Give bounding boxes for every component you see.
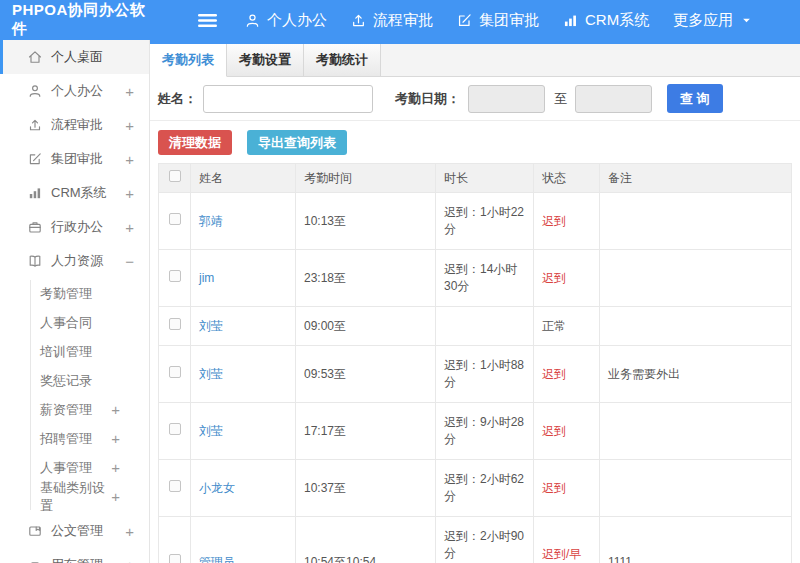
sidebar-subitem[interactable]: 奖惩记录 [0,366,149,395]
table-row: 刘莹09:00至正常 [159,307,792,346]
topnav-item-3[interactable]: 集团审批 [457,11,539,30]
action-bar: 清理数据 导出查询列表 [150,121,800,163]
row-checkbox[interactable] [169,423,181,435]
row-checkbox[interactable] [169,270,181,282]
status-text: 迟到 [542,271,566,285]
expand-icon[interactable]: + [125,186,134,201]
sidebar-subitem[interactable]: 基础类别设置+ [0,482,149,511]
date-filter-label: 考勤日期： [395,90,460,108]
sidebar-subitem[interactable]: 人事合同 [0,308,149,337]
expand-icon[interactable]: + [111,489,120,504]
name-filter-input[interactable] [203,85,373,113]
sidebar-item[interactable]: 个人桌面 [0,40,149,74]
sidebar-item-label: 用车管理 [51,556,103,563]
tab-2[interactable]: 考勤设置 [227,44,304,76]
expand-icon[interactable]: + [125,558,134,563]
expand-icon[interactable]: + [111,402,120,417]
status-text: 迟到 [542,424,566,438]
app-brand: PHPOA协同办公软件 [0,1,150,39]
collapse-icon[interactable]: − [125,254,134,269]
sidebar-subitem[interactable]: 培训管理 [0,337,149,366]
sidebar-subitem-label: 人事合同 [40,314,92,332]
employee-name-link[interactable]: 刘莹 [199,319,223,333]
duration-text: 迟到：2小时62分 [436,460,534,517]
attendance-time: 10:13至 [296,193,436,250]
expand-icon[interactable]: + [125,220,134,235]
attendance-time: 10:37至 [296,460,436,517]
sidebar-item[interactable]: 个人办公+ [0,74,149,108]
note-text [600,307,792,346]
topnav-item-1[interactable]: 个人办公 [245,11,327,30]
table-row: 刘莹09:53至迟到：1小时88分迟到业务需要外出 [159,346,792,403]
employee-name-link[interactable]: 刘莹 [199,424,223,438]
sidebar-subitem-label: 人事管理 [40,459,92,477]
search-button[interactable]: 查 询 [667,84,723,113]
sidebar-item[interactable]: CRM系统+ [0,176,149,210]
sidebar-subitem-label: 薪资管理 [40,401,92,419]
row-checkbox[interactable] [169,366,181,378]
sidebar-item-label: 流程审批 [51,116,103,134]
row-checkbox[interactable] [169,213,181,225]
sidebar-item[interactable]: 公文管理+ [0,514,149,548]
export-list-button[interactable]: 导出查询列表 [247,130,347,155]
flow-icon [351,13,366,28]
employee-name-link[interactable]: 管理员 [199,555,235,563]
header-name: 姓名 [191,164,296,193]
header-time: 考勤时间 [296,164,436,193]
sidebar-item-label: CRM系统 [51,184,107,202]
sidebar: 个人桌面个人办公+流程审批+集团审批+CRM系统+行政办公+人力资源−考勤管理人… [0,40,150,563]
expand-icon[interactable]: + [111,460,120,475]
sidebar-item[interactable]: 流程审批+ [0,108,149,142]
sidebar-subitem[interactable]: 招聘管理+ [0,424,149,453]
table-row: 郭靖10:13至迟到：1小时22分迟到 [159,193,792,250]
expand-icon[interactable]: + [125,84,134,99]
topnav-item-label: 流程审批 [373,11,433,30]
employee-name-link[interactable]: 郭靖 [199,214,223,228]
expand-icon[interactable]: + [111,431,120,446]
menu-toggle-button[interactable] [198,13,217,28]
user-icon [28,84,42,98]
clear-data-button[interactable]: 清理数据 [158,130,232,155]
sidebar-item[interactable]: 行政办公+ [0,210,149,244]
topnav-item-label: CRM系统 [585,11,649,30]
tab-3[interactable]: 考勤统计 [304,44,381,76]
sidebar-subitem[interactable]: 薪资管理+ [0,395,149,424]
car-icon [28,558,42,563]
duration-text: 迟到：14小时30分 [436,250,534,307]
tab-1[interactable]: 考勤列表 [150,44,227,77]
employee-name-link[interactable]: jim [199,271,214,285]
note-text: 1111 [600,517,792,563]
tab-bar: 考勤列表考勤设置考勤统计 [150,40,800,77]
flow-icon [28,118,42,132]
select-all-checkbox[interactable] [169,170,181,182]
duration-text: 迟到：1小时88分 [436,346,534,403]
employee-name-link[interactable]: 刘莹 [199,367,223,381]
topnav-item-5[interactable]: 更多应用 [673,11,753,30]
sidebar-item-label: 人力资源 [51,252,103,270]
expand-icon[interactable]: + [125,118,134,133]
top-navbar: PHPOA协同办公软件 个人办公流程审批集团审批CRM系统更多应用 [0,0,800,40]
topnav-item-4[interactable]: CRM系统 [563,11,649,30]
employee-name-link[interactable]: 小龙女 [199,481,235,495]
sidebar-item[interactable]: 用车管理+ [0,548,149,563]
expand-icon[interactable]: + [125,152,134,167]
date-from-input[interactable] [468,85,545,113]
row-checkbox[interactable] [169,554,181,563]
row-checkbox[interactable] [169,480,181,492]
row-checkbox[interactable] [169,318,181,330]
caret-down-icon [740,14,753,27]
status-text: 迟到 [542,214,566,228]
sidebar-item-label: 公文管理 [51,522,103,540]
sidebar-item[interactable]: 人力资源− [0,244,149,278]
date-to-input[interactable] [575,85,652,113]
main-content: 考勤列表考勤设置考勤统计 姓名： 考勤日期： 至 查 询 清理数据 导出查询列表 [150,40,800,563]
topnav-item-2[interactable]: 流程审批 [351,11,433,30]
sidebar-item[interactable]: 集团审批+ [0,142,149,176]
table-row: 小龙女10:37至迟到：2小时62分迟到 [159,460,792,517]
topnav-item-label: 集团审批 [479,11,539,30]
expand-icon[interactable]: + [125,524,134,539]
attendance-time: 10:54至10:54 [296,517,436,563]
sidebar-subitem[interactable]: 考勤管理 [0,279,149,308]
sidebar-item-label: 个人办公 [51,82,103,100]
table-header-row: 姓名 考勤时间 时长 状态 备注 [159,164,792,193]
